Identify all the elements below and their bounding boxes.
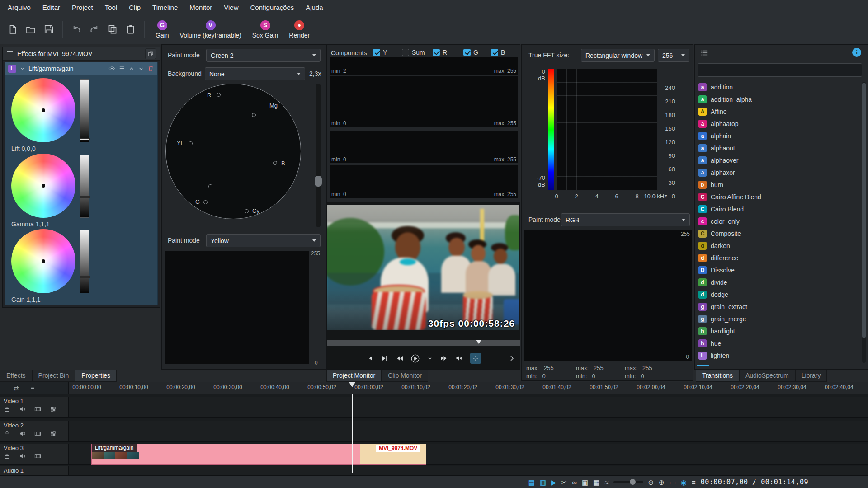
compositions-search-input[interactable] <box>698 63 862 77</box>
effect-menu-icon[interactable] <box>118 65 125 72</box>
menu-item[interactable]: Arquivo <box>2 1 37 14</box>
composition-item[interactable]: D Dissolve <box>696 264 862 276</box>
preview-render-icon[interactable]: ▶ <box>551 479 557 486</box>
composition-item[interactable]: d dodge <box>696 288 862 300</box>
composition-item[interactable]: d divide <box>696 276 862 288</box>
zoom-fit-icon[interactable]: ▭ <box>670 479 676 486</box>
tab-audiospectrum[interactable]: AudioSpectrum <box>739 370 795 382</box>
gamma-level-slider[interactable] <box>80 155 89 218</box>
tab-project-bin[interactable]: Project Bin <box>32 370 75 382</box>
tab-properties[interactable]: Properties <box>75 370 117 382</box>
audio-thumbnails-icon[interactable]: ≈ <box>604 479 608 486</box>
zoom-out-icon[interactable]: ⊖ <box>648 479 654 486</box>
menu-item[interactable]: Clip <box>123 1 146 14</box>
composition-item[interactable]: L lighten <box>696 349 862 361</box>
video-thumbnails-icon[interactable]: ▦ <box>593 479 599 486</box>
vectorscope-background-select[interactable]: None <box>205 67 305 80</box>
composition-item[interactable]: d difference <box>696 252 862 264</box>
thumbnails-icon[interactable] <box>34 430 41 437</box>
lift-level-slider[interactable] <box>80 79 89 142</box>
tab-transitions[interactable]: Transitions <box>696 370 739 382</box>
zone-mode-button[interactable] <box>470 353 481 364</box>
normal-edit-mode-icon[interactable]: ▤ <box>528 479 535 486</box>
tab-library[interactable]: Library <box>795 370 827 382</box>
view-list-button[interactable] <box>698 47 710 59</box>
timeline-zone-icon[interactable]: ▣ <box>582 479 588 486</box>
checkbox-b[interactable] <box>491 49 498 56</box>
rewind-button[interactable] <box>396 355 403 362</box>
composition-item[interactable]: a alphaout <box>696 142 862 154</box>
video2-lane[interactable] <box>69 421 868 442</box>
composition-item[interactable]: a alphaover <box>696 154 862 166</box>
monitor-expand-icon[interactable] <box>508 355 515 362</box>
slider-handle[interactable] <box>630 479 636 485</box>
parade-paint-mode-select[interactable]: RGB <box>561 213 690 226</box>
playhead-line[interactable] <box>352 394 353 473</box>
open-project-button[interactable] <box>23 20 39 38</box>
gain-button[interactable]: G Gain <box>150 16 175 42</box>
play-button[interactable] <box>411 354 420 363</box>
composition-item[interactable]: a alphain <box>696 130 862 142</box>
track-resize-icon[interactable]: ⇄ <box>14 385 19 392</box>
composite-icon[interactable] <box>50 406 57 413</box>
menu-item[interactable]: Project <box>66 1 99 14</box>
lift-color-wheel[interactable] <box>11 78 75 142</box>
slider-handle[interactable] <box>80 276 90 278</box>
timeline-ruler[interactable]: ⇄≡ 00:00:00,0000:00:10,0000:00:20,0000:0… <box>0 382 868 394</box>
render-button[interactable]: ● Render <box>283 16 315 42</box>
thumbnails-icon[interactable] <box>34 453 41 460</box>
slider-handle[interactable] <box>315 176 322 187</box>
video-frame[interactable]: 30fps 00:00:58:26 <box>327 205 519 330</box>
composition-item[interactable]: h hue <box>696 337 862 349</box>
tab-clip-monitor[interactable]: Clip Monitor <box>382 370 428 382</box>
composition-item[interactable]: h hardlight <box>696 325 862 337</box>
link-clips-icon[interactable]: ∞ <box>572 479 577 486</box>
go-to-end-button[interactable] <box>381 355 388 362</box>
mute-button[interactable] <box>455 355 462 362</box>
composition-item[interactable]: C Composite <box>696 227 862 239</box>
mute-icon[interactable] <box>19 430 26 437</box>
lock-icon[interactable] <box>4 430 10 437</box>
gain-level-slider[interactable] <box>80 230 89 293</box>
wheel-handle[interactable] <box>42 259 45 263</box>
fast-forward-button[interactable] <box>440 355 448 362</box>
vectorscope-gain-slider[interactable] <box>316 84 321 227</box>
copy-button[interactable] <box>104 20 121 38</box>
composition-item[interactable]: c color_only <box>696 215 862 227</box>
slider-handle[interactable] <box>80 138 90 140</box>
menu-item[interactable]: Ajuda <box>300 1 329 14</box>
move-effect-down-icon[interactable] <box>138 66 144 72</box>
composition-item[interactable]: b burn <box>696 178 862 191</box>
gamma-color-wheel[interactable] <box>11 154 75 218</box>
menu-item[interactable]: Timeline <box>146 1 184 14</box>
timeline-settings-icon[interactable]: ≡ <box>692 479 696 486</box>
play-options-chevron-icon[interactable] <box>427 356 433 361</box>
info-button[interactable]: i <box>852 48 861 57</box>
markers-icon[interactable]: ◉ <box>681 479 687 486</box>
thumbnails-icon[interactable] <box>34 406 41 413</box>
composition-item[interactable]: g grain_merge <box>696 313 862 325</box>
timeline-zoom-slider[interactable] <box>613 481 643 483</box>
undo-button[interactable] <box>68 20 85 38</box>
fft-window-select[interactable]: Rectangular window <box>581 49 655 62</box>
paste-button[interactable] <box>123 20 139 38</box>
razor-tool-icon[interactable]: ✂ <box>561 479 567 486</box>
composition-item[interactable]: C Cairo Affine Blend <box>696 191 862 203</box>
move-effect-up-icon[interactable] <box>128 66 135 72</box>
compositions-scrollbar[interactable] <box>862 82 866 363</box>
composition-item[interactable]: a addition <box>696 81 862 93</box>
scrub-position-marker[interactable] <box>476 340 481 344</box>
insert-mode-icon[interactable]: ▥ <box>540 479 546 486</box>
zoom-in-icon[interactable]: ⊕ <box>659 479 665 486</box>
composition-item[interactable]: a addition_alpha <box>696 93 862 105</box>
wheel-handle[interactable] <box>42 184 45 188</box>
playhead-marker[interactable] <box>349 382 355 387</box>
video1-lane[interactable] <box>69 397 868 418</box>
composition-item[interactable]: a alphaxor <box>696 166 862 178</box>
sox-gain-button[interactable]: S Sox Gain <box>247 16 284 42</box>
volume-keyframable-button[interactable]: V Volume (keyframable) <box>175 16 247 42</box>
audio1-lane[interactable] <box>69 466 868 476</box>
menu-item[interactable]: Tool <box>99 1 123 14</box>
waveform-paint-mode-select[interactable]: Yellow <box>206 234 321 247</box>
collapse-effect-icon[interactable] <box>19 66 25 71</box>
